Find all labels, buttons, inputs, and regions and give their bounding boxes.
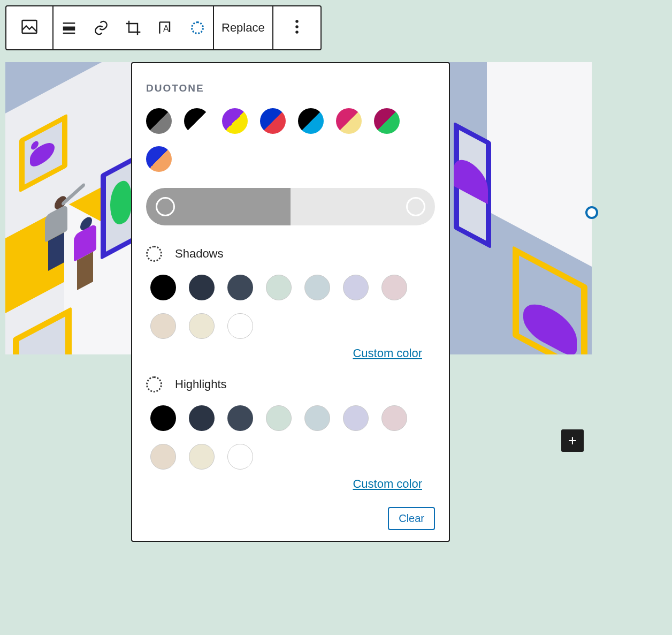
- svg-rect-1: [63, 22, 75, 24]
- crop-button[interactable]: [124, 19, 142, 37]
- add-block-button[interactable]: +: [561, 429, 584, 452]
- link-button[interactable]: [92, 19, 110, 37]
- svg-point-6: [295, 25, 299, 28]
- highlights-custom-color-link[interactable]: Custom color: [146, 477, 422, 491]
- shadows-heading: Shadows: [146, 246, 435, 262]
- shadows-palette: [146, 275, 424, 339]
- resize-handle-right[interactable]: [585, 206, 598, 219]
- svg-rect-2: [63, 27, 75, 31]
- shadows-swatch-2[interactable]: [227, 275, 253, 300]
- align-button[interactable]: [60, 19, 78, 37]
- duotone-preset-dark-grayscale[interactable]: [141, 103, 177, 139]
- duotone-preset-grayscale[interactable]: [179, 103, 215, 139]
- svg-point-5: [295, 20, 299, 23]
- duotone-popover: DUOTONE Shadows Custom color Highlights …: [131, 62, 450, 542]
- block-type-button[interactable]: [6, 6, 54, 49]
- svg-rect-0: [22, 20, 37, 33]
- highlights-swatch-0[interactable]: [150, 405, 176, 431]
- highlights-swatch-4[interactable]: [304, 405, 330, 431]
- replace-button[interactable]: Replace: [214, 6, 273, 49]
- highlights-indicator-icon: [146, 376, 162, 392]
- gradient-stop-shadow[interactable]: [156, 197, 175, 216]
- shadows-label: Shadows: [175, 247, 224, 261]
- more-icon: [295, 19, 299, 37]
- highlights-swatch-9[interactable]: [227, 444, 253, 470]
- svg-rect-3: [63, 33, 75, 34]
- highlights-palette: [146, 405, 424, 470]
- duotone-preset-black-blue[interactable]: [293, 103, 329, 139]
- duotone-preset-purple-yellow[interactable]: [217, 103, 253, 139]
- duotone-icon: [191, 21, 204, 34]
- duotone-preset-purple-green[interactable]: [369, 103, 405, 139]
- shadows-swatch-4[interactable]: [304, 275, 330, 300]
- duotone-preset-magenta-yellow[interactable]: [331, 103, 367, 139]
- highlights-swatch-7[interactable]: [150, 444, 176, 470]
- plus-icon: +: [568, 433, 577, 448]
- duotone-preset-blue-orange[interactable]: [141, 141, 177, 177]
- image-icon: [20, 17, 39, 39]
- duotone-presets: [146, 108, 435, 172]
- highlights-swatch-2[interactable]: [227, 405, 253, 431]
- highlights-swatch-3[interactable]: [266, 405, 292, 431]
- highlights-label: Highlights: [175, 377, 227, 391]
- shadows-swatch-1[interactable]: [189, 275, 215, 300]
- shadows-custom-color-link[interactable]: Custom color: [146, 346, 422, 360]
- highlights-swatch-8[interactable]: [189, 444, 215, 470]
- shadows-swatch-9[interactable]: [227, 313, 253, 339]
- duotone-button[interactable]: [188, 19, 207, 37]
- highlights-heading: Highlights: [146, 376, 435, 392]
- duotone-gradient-bar[interactable]: [146, 188, 435, 225]
- popover-title: DUOTONE: [146, 82, 435, 94]
- clear-button[interactable]: Clear: [388, 507, 435, 530]
- replace-label: Replace: [222, 21, 265, 35]
- duotone-preset-blue-red[interactable]: [255, 103, 291, 139]
- svg-text:A: A: [163, 24, 169, 33]
- shadows-swatch-8[interactable]: [189, 313, 215, 339]
- highlights-swatch-6[interactable]: [381, 405, 407, 431]
- shadows-swatch-5[interactable]: [343, 275, 369, 300]
- gradient-stop-highlight[interactable]: [406, 197, 425, 216]
- highlights-swatch-1[interactable]: [189, 405, 215, 431]
- highlights-swatch-5[interactable]: [343, 405, 369, 431]
- text-overlay-button[interactable]: A: [156, 19, 174, 37]
- shadows-swatch-6[interactable]: [381, 275, 407, 300]
- toolbar-group: A: [54, 6, 214, 49]
- shadows-swatch-0[interactable]: [150, 275, 176, 300]
- shadows-swatch-3[interactable]: [266, 275, 292, 300]
- shadows-indicator-icon: [146, 246, 162, 262]
- svg-point-7: [295, 31, 299, 34]
- shadows-swatch-7[interactable]: [150, 313, 176, 339]
- block-toolbar: A Replace: [5, 5, 322, 50]
- more-options-button[interactable]: [273, 6, 320, 49]
